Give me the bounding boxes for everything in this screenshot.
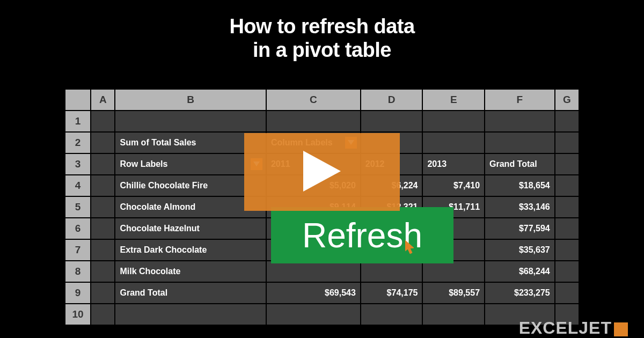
row-9: 9 Grand Total $69,543 $74,175 $89,557 $2… — [65, 282, 579, 304]
cell[interactable] — [555, 175, 579, 196]
refresh-button[interactable]: Refresh — [271, 207, 453, 263]
page-title: How to refresh data in a pivot table — [0, 0, 644, 62]
cell[interactable] — [361, 304, 423, 325]
play-icon — [303, 151, 341, 194]
cell[interactable] — [555, 282, 579, 304]
logo-square-icon — [614, 322, 628, 336]
cell[interactable] — [555, 153, 579, 175]
cell-value[interactable]: $77,594 — [485, 218, 555, 239]
cell[interactable] — [485, 111, 555, 132]
cell[interactable] — [91, 175, 115, 196]
cell[interactable] — [115, 111, 266, 132]
cell[interactable] — [555, 218, 579, 239]
cell-value[interactable] — [361, 261, 423, 282]
cell[interactable] — [555, 261, 579, 282]
col-header-g[interactable]: G — [555, 89, 579, 111]
corner-cell[interactable] — [65, 89, 91, 111]
cell-value[interactable]: $7,410 — [422, 175, 485, 196]
brand-logo: EXCELJET — [519, 318, 628, 338]
row-header-10[interactable]: 10 — [65, 304, 91, 325]
cell[interactable] — [91, 196, 115, 218]
row-1: 1 — [65, 111, 579, 132]
cell[interactable] — [555, 239, 579, 261]
cell-value[interactable]: $18,654 — [485, 175, 555, 196]
col-header-d[interactable]: D — [361, 89, 423, 111]
cell-product[interactable]: Chocolate Almond — [115, 196, 266, 218]
cell[interactable] — [91, 218, 115, 239]
row-header-1[interactable]: 1 — [65, 111, 91, 132]
cell[interactable] — [422, 304, 485, 325]
col-header-b[interactable]: B — [115, 89, 266, 111]
row-header-7[interactable]: 7 — [65, 239, 91, 261]
cell-product[interactable]: Extra Dark Chocolate — [115, 239, 266, 261]
cell[interactable] — [422, 111, 485, 132]
cell[interactable] — [91, 261, 115, 282]
cell-sum-total-sales[interactable]: Sum of Total Sales — [115, 132, 266, 153]
col-header-c[interactable]: C — [266, 89, 361, 111]
row-10: 10 — [65, 304, 579, 325]
cell-product[interactable]: Chillie Chocolate Fire — [115, 175, 266, 196]
cell[interactable] — [91, 282, 115, 304]
cell-grand-total-header[interactable]: Grand Total — [485, 153, 555, 175]
svg-marker-2 — [303, 151, 341, 192]
cell[interactable] — [91, 111, 115, 132]
row-header-3[interactable]: 3 — [65, 153, 91, 175]
cell-value[interactable] — [266, 261, 361, 282]
row-header-4[interactable]: 4 — [65, 175, 91, 196]
cell[interactable] — [266, 304, 361, 325]
cell[interactable] — [91, 304, 115, 325]
title-line-2: in a pivot table — [253, 39, 391, 61]
cell[interactable] — [115, 304, 266, 325]
row-labels-text: Row Labels — [120, 159, 167, 168]
cell[interactable] — [555, 111, 579, 132]
cell[interactable] — [422, 132, 485, 153]
cell-value[interactable] — [422, 261, 485, 282]
col-header-e[interactable]: E — [422, 89, 485, 111]
cell[interactable] — [266, 111, 361, 132]
row-header-6[interactable]: 6 — [65, 218, 91, 239]
row-header-2[interactable]: 2 — [65, 132, 91, 153]
cell-product[interactable]: Milk Chocolate — [115, 261, 266, 282]
cell-value[interactable]: $33,146 — [485, 196, 555, 218]
cell-grand-total-row[interactable]: Grand Total — [115, 282, 266, 304]
cell[interactable] — [485, 132, 555, 153]
cell-value[interactable]: $35,637 — [485, 239, 555, 261]
cell[interactable] — [555, 132, 579, 153]
cell[interactable] — [91, 132, 115, 153]
cursor-icon — [405, 240, 416, 256]
cell-year-2013[interactable]: 2013 — [422, 153, 485, 175]
cell[interactable] — [361, 111, 423, 132]
cell-product[interactable]: Chocolate Hazelnut — [115, 218, 266, 239]
row-header-8[interactable]: 8 — [65, 261, 91, 282]
cell[interactable] — [555, 196, 579, 218]
col-header-f[interactable]: F — [485, 89, 555, 111]
row-header-9[interactable]: 9 — [65, 282, 91, 304]
logo-text: EXCELJET — [519, 318, 612, 338]
cell[interactable] — [91, 153, 115, 175]
cell-value[interactable]: $69,543 — [266, 282, 361, 304]
cell[interactable] — [91, 239, 115, 261]
col-header-a[interactable]: A — [91, 89, 115, 111]
cell-row-labels[interactable]: Row Labels — [115, 153, 266, 175]
title-line-1: How to refresh data — [229, 15, 414, 38]
refresh-label: Refresh — [302, 216, 422, 255]
play-button[interactable] — [244, 133, 400, 211]
cell-value[interactable]: $74,175 — [361, 282, 423, 304]
svg-marker-3 — [405, 240, 414, 254]
cell-value[interactable]: $233,275 — [485, 282, 555, 304]
cell-value[interactable]: $68,244 — [485, 261, 555, 282]
row-8: 8 Milk Chocolate $68,244 — [65, 261, 579, 282]
row-header-5[interactable]: 5 — [65, 196, 91, 218]
cell-value[interactable]: $89,557 — [422, 282, 485, 304]
